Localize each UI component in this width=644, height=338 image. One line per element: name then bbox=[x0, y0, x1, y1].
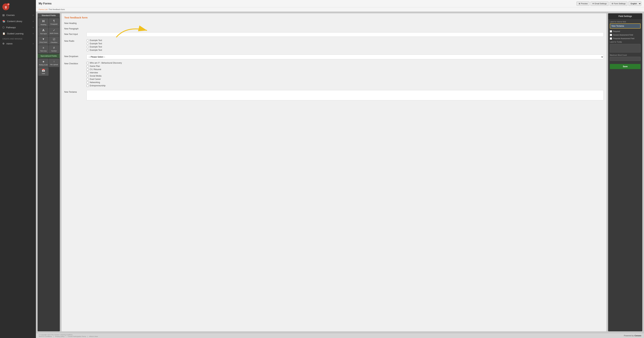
radio-option-2: Example Text bbox=[86, 42, 604, 45]
sidebar-item-pathways[interactable]: ⬡ Pathways › bbox=[0, 24, 36, 30]
sidebar-item-courses[interactable]: ▤ Courses › bbox=[0, 12, 36, 18]
field-item-file-upload[interactable]: ↑ File Upload bbox=[49, 59, 59, 67]
heading-icon: H bbox=[42, 20, 44, 23]
checkbox-option-6: Dual Career bbox=[86, 78, 604, 80]
standard-fields-title: Standard Fields bbox=[38, 13, 60, 18]
form-settings-button[interactable]: ⚙ Form Settings bbox=[610, 2, 628, 6]
topbar: My Forms 🖥 Preview ✉ Email Settings ⚙ Fo… bbox=[36, 0, 644, 7]
field-settings-body: Label for Interne field Required Session… bbox=[608, 19, 642, 331]
form-field-radio: New Radio Example Text Example Text E bbox=[64, 39, 604, 52]
field-label-heading: New Heading bbox=[64, 21, 85, 24]
field-item-checkbox[interactable]: ☑ Checkbox bbox=[49, 36, 59, 44]
multi-choice-icon: ✓ bbox=[53, 28, 55, 32]
session-assessment-checkbox[interactable] bbox=[610, 34, 612, 36]
create-manage-section: CREATE AND MANAGE bbox=[0, 36, 36, 40]
tooltip-input-area[interactable] bbox=[610, 44, 640, 52]
chevron-right-icon: › bbox=[33, 26, 34, 28]
participation-link[interactable]: Course Participation Terms bbox=[68, 336, 86, 337]
breadcrumb: Forms List / Test feedback form bbox=[36, 7, 644, 12]
specialised-fields-grid: ★ Rating Scale ↑ File Upload 📅 Date bbox=[38, 58, 60, 76]
form-field-text-input: New Text Input bbox=[64, 32, 604, 37]
checkbox-option-1: Who am I? - Behavioural Discovery bbox=[86, 62, 604, 64]
checkbox-input-7[interactable] bbox=[86, 82, 89, 84]
preview-button[interactable]: 🖥 Preview bbox=[576, 2, 590, 6]
session-assessment-checkbox-row: Session Assessment Field bbox=[610, 34, 640, 36]
field-item-number[interactable]: # Number bbox=[49, 45, 59, 53]
what-is-new-link[interactable]: What is New bbox=[89, 336, 98, 337]
sidebar-item-admin[interactable]: ⚙ Admin › bbox=[0, 40, 36, 47]
breadcrumb-forms-list[interactable]: Forms List bbox=[39, 8, 47, 10]
radio-input-2[interactable] bbox=[86, 42, 89, 45]
field-item-text-input[interactable]: A Text Input bbox=[38, 27, 48, 36]
sidebar-item-label: Content Library bbox=[7, 20, 22, 22]
field-item-heading[interactable]: H Heading bbox=[38, 18, 48, 27]
max-word-count-label: Maximum Word Count bbox=[610, 54, 640, 56]
sidebar-item-content-library[interactable]: 📚 Content Library › bbox=[0, 18, 36, 24]
field-item-paragraph[interactable]: ¶ Paragraph bbox=[49, 18, 59, 27]
privacy-link[interactable]: Privacy policy bbox=[55, 336, 64, 337]
field-label-dropdown: New Dropdown bbox=[64, 54, 85, 58]
form-field-heading: New Heading bbox=[64, 21, 604, 24]
fields-panel: Standard Fields H Heading ¶ Paragraph A … bbox=[38, 13, 60, 331]
checkbox-option-2: Game Plan bbox=[86, 65, 604, 67]
rating-scale-icon: ★ bbox=[42, 60, 44, 63]
radio-input-3[interactable] bbox=[86, 46, 89, 48]
field-item-text-area[interactable]: ≡ Text Area bbox=[38, 45, 48, 53]
checkbox-input-3[interactable] bbox=[86, 68, 89, 70]
checkbox-input-6[interactable] bbox=[86, 78, 89, 80]
radio-input-1[interactable] bbox=[86, 39, 89, 42]
field-settings-title: Field Settings bbox=[608, 13, 642, 19]
terms-link[interactable]: Terms & Conditions bbox=[39, 336, 52, 337]
required-checkbox[interactable] bbox=[610, 30, 612, 32]
session-assessment-label: Session Assessment Field bbox=[613, 34, 633, 36]
field-label-radio: New Radio bbox=[64, 39, 85, 42]
field-label-paragraph: New Paragraph bbox=[64, 27, 85, 30]
copyright-text: © Copyright 2023 The Censeo Learning Aca… bbox=[39, 334, 73, 336]
chevron-right-icon: › bbox=[33, 20, 34, 22]
checkbox-input-1[interactable] bbox=[86, 62, 89, 64]
footer-links: Terms & Conditions | Privacy policy | Co… bbox=[39, 336, 98, 337]
checkbox-option-8: Entrepreneurship bbox=[86, 84, 604, 87]
label-for-input-field: Label for Interne field bbox=[610, 21, 640, 23]
checkbox-input-5[interactable] bbox=[86, 75, 89, 77]
field-item-date[interactable]: 📅 Date bbox=[38, 67, 48, 76]
checkbox-option-5: Social Media bbox=[86, 75, 604, 77]
powered-by-text: Powered by bbox=[624, 334, 634, 337]
save-button[interactable]: Save bbox=[610, 64, 640, 69]
notification-badge: 18 bbox=[7, 3, 10, 6]
field-label-textarea: New Textarea bbox=[64, 90, 85, 93]
checkbox-input-2[interactable] bbox=[86, 65, 89, 67]
language-selector[interactable]: English bbox=[628, 1, 641, 6]
max-word-count-input[interactable] bbox=[610, 57, 640, 61]
sidebar-item-label: Admin bbox=[6, 42, 13, 45]
sidebar-item-label: Guided Learning bbox=[7, 32, 24, 35]
field-item-rating-scale[interactable]: ★ Rating Scale bbox=[38, 59, 48, 67]
settings-icon: ⚙ bbox=[612, 2, 613, 5]
checkbox-option-4: Interview bbox=[86, 72, 604, 74]
main-content: My Forms 🖥 Preview ✉ Email Settings ⚙ Fo… bbox=[36, 0, 644, 338]
form-area-wrapper: Standard Fields H Heading ¶ Paragraph A … bbox=[38, 13, 642, 331]
field-settings-input[interactable] bbox=[610, 24, 640, 28]
guided-learning-icon: 📋 bbox=[2, 32, 5, 35]
dropdown-select[interactable]: -- Please Select -- bbox=[86, 54, 604, 59]
field-item-drop-down[interactable]: ▼ Drop Down bbox=[38, 36, 48, 44]
presenter-assessment-checkbox[interactable] bbox=[610, 38, 612, 40]
email-settings-button[interactable]: ✉ Email Settings bbox=[590, 2, 608, 6]
radio-input-4[interactable] bbox=[86, 49, 89, 51]
form-field-textarea: New Textarea bbox=[64, 90, 604, 101]
form-field-paragraph: New Paragraph bbox=[64, 27, 604, 30]
checkbox-input-4[interactable] bbox=[86, 72, 89, 74]
text-input-field[interactable] bbox=[86, 32, 604, 37]
field-item-multi-choice[interactable]: ✓ Multi Choice bbox=[49, 27, 59, 36]
label-for-tooltip: Label for Tooltip bbox=[610, 41, 640, 43]
checkbox-input-8[interactable] bbox=[86, 85, 89, 87]
courses-icon: ▤ bbox=[2, 14, 4, 16]
textarea-field[interactable] bbox=[86, 90, 604, 100]
presenter-assessment-label: Presenter Assessment Field bbox=[613, 38, 634, 40]
required-label: Required bbox=[613, 30, 620, 32]
sidebar: g 18 ▤ Courses › 📚 Content Library › ⬡ P… bbox=[0, 0, 36, 338]
sidebar-item-guided-learning[interactable]: 📋 Guided Learning › bbox=[0, 30, 36, 36]
topbar-actions: 🖥 Preview ✉ Email Settings ⚙ Form Settin… bbox=[576, 1, 641, 6]
field-settings-panel: Field Settings Label for Interne field R… bbox=[608, 13, 642, 331]
checkbox-icon: ☑ bbox=[53, 38, 55, 41]
